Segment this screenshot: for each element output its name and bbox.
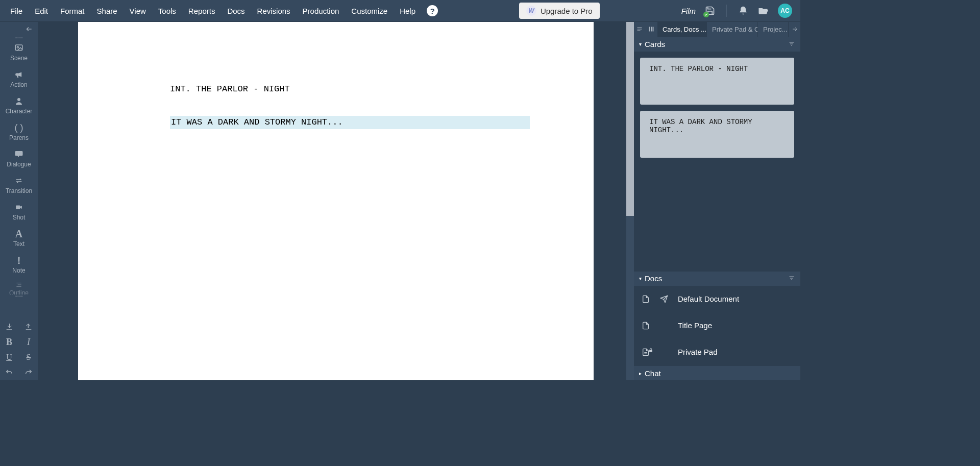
- doc-private-pad[interactable]: Private Pad: [634, 339, 800, 365]
- filter-icon[interactable]: [788, 40, 795, 48]
- docs-panel-title: Docs: [645, 274, 662, 283]
- save-button[interactable]: [705, 6, 715, 16]
- menu-share[interactable]: Share: [91, 0, 124, 22]
- svg-point-3: [17, 98, 20, 101]
- scene-heading[interactable]: INT. THE PARLOR - NIGHT: [170, 83, 545, 95]
- scrollbar-thumb[interactable]: [626, 22, 634, 216]
- cards-panel-header[interactable]: ▾ Cards: [634, 37, 800, 52]
- parens-icon: ( ): [15, 122, 23, 133]
- tool-text[interactable]: A Text: [0, 225, 38, 252]
- menu-reports[interactable]: Reports: [182, 0, 222, 22]
- chat-panel-title: Chat: [645, 369, 661, 378]
- doc-label: Default Document: [678, 295, 739, 303]
- docs-list: Default Document Title Page Private Pad: [634, 286, 800, 365]
- swap-icon: [14, 175, 24, 186]
- upload-button[interactable]: [23, 322, 34, 332]
- document-icon: [641, 321, 650, 330]
- avatar[interactable]: AC: [778, 4, 792, 18]
- tool-transition[interactable]: Transition: [0, 172, 38, 199]
- tabs-grid-button[interactable]: [646, 22, 657, 37]
- tool-dialogue[interactable]: Dialogue: [0, 145, 38, 172]
- tabs-menu-button[interactable]: [634, 22, 646, 37]
- format-label[interactable]: Film: [681, 7, 696, 15]
- doc-label: Private Pad: [678, 348, 718, 356]
- undo-button[interactable]: [4, 367, 14, 378]
- menu-format[interactable]: Format: [54, 0, 91, 22]
- menu-edit[interactable]: Edit: [29, 0, 54, 22]
- menu-help[interactable]: Help: [394, 0, 422, 22]
- document-lock-icon: [641, 348, 650, 357]
- cards-panel-title: Cards: [645, 40, 665, 48]
- tool-note[interactable]: ! Note: [0, 252, 38, 278]
- topbar-right: Film AC: [681, 4, 796, 18]
- tool-label: Note: [12, 267, 25, 274]
- doc-default[interactable]: Default Document: [634, 286, 800, 312]
- tool-label: Text: [13, 240, 24, 248]
- menu-file[interactable]: File: [4, 0, 29, 22]
- docs-panel-header[interactable]: ▾ Docs: [634, 271, 800, 286]
- tool-label: Action: [10, 81, 27, 88]
- menu-docs[interactable]: Docs: [221, 0, 251, 22]
- tool-shot[interactable]: Shot: [0, 199, 38, 225]
- tool-label: Shot: [13, 214, 26, 221]
- document-icon: [641, 295, 650, 304]
- menu-view[interactable]: View: [124, 0, 152, 22]
- menu-production[interactable]: Production: [297, 0, 346, 22]
- card[interactable]: INT. THE PARLOR - NIGHT: [640, 58, 794, 105]
- italic-button[interactable]: I: [23, 337, 34, 347]
- action-line[interactable]: IT WAS A DARK AND STORMY NIGHT...: [170, 116, 530, 129]
- upgrade-label: Upgrade to Pro: [541, 7, 593, 15]
- open-folder-button[interactable]: [757, 6, 769, 16]
- tool-label: Transition: [6, 187, 32, 194]
- menu-revisions[interactable]: Revisions: [251, 0, 297, 22]
- tool-label: Dialogue: [7, 161, 31, 168]
- camera-icon: [14, 202, 24, 213]
- upgrade-button[interactable]: W Upgrade to Pro: [519, 3, 600, 19]
- wd-logo-icon: W: [526, 6, 536, 16]
- tool-parens[interactable]: ( ) Parens: [0, 119, 38, 145]
- person-icon: [14, 95, 23, 107]
- tool-action[interactable]: Action: [0, 66, 38, 92]
- text-icon: A: [15, 228, 22, 239]
- expand-sidebar-button[interactable]: [789, 22, 800, 37]
- sidebar-collapse[interactable]: [0, 22, 38, 36]
- tool-character[interactable]: Character: [0, 92, 38, 119]
- tool-label: Character: [6, 108, 33, 115]
- right-tabs: Cards, Docs ... Private Pad & Co... Proj…: [634, 22, 800, 37]
- tool-label: Outline: [9, 289, 29, 295]
- menu-customize[interactable]: Customize: [345, 0, 394, 22]
- tool-label: Scene: [10, 55, 28, 62]
- svg-rect-4: [16, 206, 20, 209]
- lock-icon: [648, 346, 653, 354]
- script-page[interactable]: INT. THE PARLOR - NIGHT IT WAS A DARK AN…: [78, 22, 594, 380]
- bold-button[interactable]: B: [4, 337, 14, 347]
- right-tab-project[interactable]: Projec...: [758, 22, 789, 37]
- tool-outline[interactable]: Outline: [0, 278, 38, 295]
- location-icon: [659, 295, 669, 303]
- download-button[interactable]: [4, 322, 14, 332]
- strikethrough-button[interactable]: S: [23, 352, 34, 362]
- right-tab-private-pad[interactable]: Private Pad & Co...: [707, 22, 758, 37]
- svg-rect-12: [651, 27, 652, 32]
- tool-label: Parens: [9, 134, 29, 141]
- right-tab-cards-docs[interactable]: Cards, Docs ...: [657, 22, 707, 37]
- card[interactable]: IT WAS A DARK AND STORMY NIGHT...: [640, 111, 794, 158]
- divider: [726, 5, 727, 17]
- redo-button[interactable]: [23, 367, 34, 378]
- svg-rect-11: [649, 27, 650, 32]
- underline-button[interactable]: U: [4, 352, 14, 362]
- editor-area: INT. THE PARLOR - NIGHT IT WAS A DARK AN…: [38, 22, 634, 380]
- caret-down-icon: ▾: [639, 276, 642, 281]
- left-sidebar: ┅┅┅ Scene Action Character ( ) Parens Di…: [0, 22, 38, 380]
- caret-down-icon: ▾: [639, 41, 642, 47]
- tool-scene[interactable]: Scene: [0, 39, 38, 66]
- scrollbar[interactable]: [626, 22, 634, 380]
- menu-tools[interactable]: Tools: [152, 0, 182, 22]
- help-icon[interactable]: ?: [427, 5, 438, 16]
- doc-title-page[interactable]: Title Page: [634, 312, 800, 339]
- filter-icon[interactable]: [788, 274, 795, 283]
- drag-handle-icon[interactable]: ┅┅┅: [0, 295, 38, 298]
- notifications-button[interactable]: [738, 6, 748, 16]
- right-sidebar: Cards, Docs ... Private Pad & Co... Proj…: [634, 22, 800, 380]
- chat-panel-header[interactable]: ▸ Chat: [634, 365, 800, 380]
